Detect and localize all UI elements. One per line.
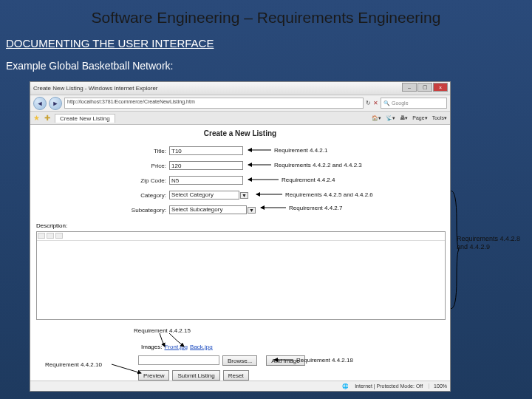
search-icon: 🔍 — [383, 100, 390, 106]
image-link-front[interactable]: Front.jpg — [164, 344, 188, 350]
refresh-icon[interactable]: ↻ — [366, 100, 371, 106]
editor-btn[interactable] — [47, 233, 54, 239]
annotation-req-images-label: Requirement 4.4.2.15 — [134, 327, 191, 334]
browser-window: Create New Listing - Windows Internet Ex… — [30, 81, 451, 392]
back-button[interactable]: ◄ — [33, 97, 47, 110]
chevron-down-icon[interactable]: ▼ — [248, 207, 256, 214]
category-select[interactable]: Select Category — [169, 191, 239, 200]
image-link-back[interactable]: Back.jpg — [190, 344, 213, 350]
title-label: Title: — [126, 148, 169, 154]
zoom-level: 100% — [429, 383, 447, 389]
favorites-icon[interactable]: ★ — [33, 114, 40, 122]
search-box[interactable]: 🔍 Google — [381, 98, 447, 109]
page-menu[interactable]: Page▾ — [412, 115, 427, 121]
search-placeholder: Google — [392, 100, 409, 106]
status-mode: Internet | Protected Mode: Off — [355, 383, 423, 389]
home-icon[interactable]: 🏠▾ — [372, 115, 381, 121]
slide-title: Software Engineering – Requirements Engi… — [0, 0, 532, 31]
subcategory-select[interactable]: Select Subcategory — [169, 205, 247, 214]
annotation-req-price: Requirements 4.4.2.2 and 4.4.2.3 — [274, 162, 362, 168]
editor-btn[interactable] — [55, 233, 63, 239]
globe-icon: 🌐 — [342, 383, 349, 389]
minimize-button[interactable]: – — [402, 83, 417, 92]
price-input[interactable] — [169, 161, 243, 170]
zip-label: Zip Code: — [126, 177, 169, 184]
annotation-req-category: Requirements 4.4.2.5 and 4.4.2.6 — [285, 191, 373, 198]
description-editor[interactable] — [36, 231, 446, 320]
page-content: Create a New Listing Title: Price: Zip C… — [30, 125, 450, 381]
stop-icon[interactable]: ✕ — [373, 100, 378, 106]
tools-menu[interactable]: Tools▾ — [432, 115, 447, 121]
tab-bar: ★ ✚ Create New Listing 🏠▾ 📡▾ 🖶▾ Page▾ To… — [30, 112, 450, 125]
annotation-req-zip: Requirement 4.4.2.4 — [282, 177, 335, 183]
subcategory-label: Subcategory: — [126, 207, 169, 214]
annotation-req-addimage: Requirement 4.4.2.18 — [296, 357, 353, 364]
editor-toolbar — [37, 232, 445, 241]
browse-button[interactable]: Browse... — [222, 355, 257, 366]
maximize-button[interactable]: ▢ — [417, 83, 432, 92]
annotation-req-preview: Requirement 4.4.2.10 — [45, 361, 102, 368]
forward-button[interactable]: ► — [49, 97, 62, 110]
section-title: DOCUMENTING THE USER INTERFACE — [0, 31, 532, 52]
nav-toolbar: ◄ ► http://localhost:3781/Ecommerce/Crea… — [30, 95, 450, 112]
annotation-side-line1: Requirements 4.4.2.8 — [457, 235, 520, 243]
description-label: Description: — [36, 222, 67, 229]
window-titlebar: Create New Listing - Windows Internet Ex… — [30, 82, 450, 95]
example-subtitle: Example Global Basketball Network: — [0, 52, 532, 76]
annotation-side: Requirements 4.4.2.8 and 4.4.2.9 — [457, 235, 520, 251]
annotation-side-line2: and 4.4.2.9 — [457, 243, 520, 251]
svg-line-5 — [112, 364, 141, 373]
page-heading: Create a New Listing — [30, 125, 450, 140]
tab-create-listing[interactable]: Create New Listing — [55, 114, 115, 123]
close-button[interactable]: × — [433, 83, 448, 92]
submit-button[interactable]: Submit Listing — [172, 370, 219, 381]
zip-input[interactable] — [169, 176, 243, 185]
file-input[interactable] — [138, 355, 219, 365]
annotation-req-title: Requirement 4.4.2.1 — [274, 147, 328, 154]
print-icon[interactable]: 🖶▾ — [400, 115, 408, 121]
address-bar[interactable]: http://localhost:3781/Ecommerce/CreateNe… — [64, 98, 364, 109]
add-favorites-icon[interactable]: ✚ — [44, 114, 50, 122]
images-label: Images: — [141, 344, 162, 350]
annotation-req-subcategory: Requirement 4.4.2.7 — [289, 205, 343, 211]
price-label: Price: — [126, 163, 169, 169]
title-input[interactable] — [169, 146, 243, 155]
feeds-icon[interactable]: 📡▾ — [386, 115, 395, 121]
status-bar: 🌐 Internet | Protected Mode: Off 100% — [30, 381, 450, 391]
category-label: Category: — [126, 192, 169, 199]
editor-btn[interactable] — [38, 233, 45, 239]
reset-button[interactable]: Reset — [223, 370, 249, 381]
chevron-down-icon[interactable]: ▼ — [240, 192, 248, 199]
preview-button[interactable]: Preview — [138, 370, 169, 381]
window-title: Create New Listing - Windows Internet Ex… — [33, 85, 158, 92]
